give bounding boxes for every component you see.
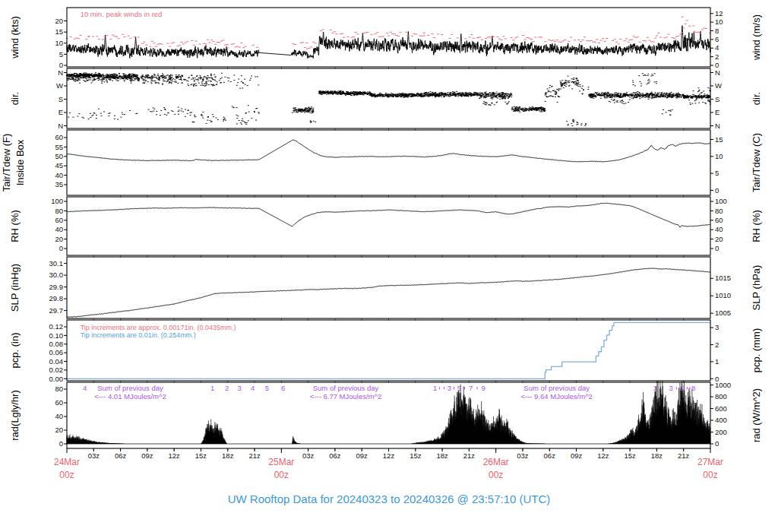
dir-ytick-label-right: N bbox=[715, 68, 720, 77]
pcp-ytick-label-left: 0.04 bbox=[49, 357, 64, 366]
pcp-annotation: Tip increments are 0.01in. (0.254mm.) bbox=[81, 331, 196, 339]
temp-ytick-label-left: 60 bbox=[55, 133, 63, 141]
rh-ytick-label-left: 100 bbox=[51, 197, 63, 205]
x-date-z-label: 00z bbox=[274, 470, 289, 480]
dir-ytick-label-left: E bbox=[59, 108, 63, 116]
rh-ytick-label-left: 40 bbox=[55, 225, 63, 233]
rad-ytick-label-left: 60 bbox=[55, 398, 63, 407]
rad-annotation: Sum of previous day bbox=[97, 384, 163, 392]
wind-ytick-label-left: 10 bbox=[55, 39, 63, 47]
x-date-z-label: 00z bbox=[703, 470, 717, 480]
x-hour-label: 21z bbox=[248, 451, 261, 460]
pcp-ytick-label-left: 0.02 bbox=[49, 366, 64, 374]
panel-wind-border bbox=[67, 8, 710, 67]
rad-annotation: Sum of previous day bbox=[313, 384, 379, 392]
x-date-label: 26Mar bbox=[483, 457, 509, 467]
x-hour-label: 18z bbox=[651, 451, 663, 460]
rad-ytick-label-left: 80 bbox=[55, 385, 63, 393]
x-hour-label: 15z bbox=[624, 451, 636, 460]
panel-rh-border bbox=[67, 197, 710, 255]
rad-annotation: 6 bbox=[281, 384, 285, 392]
x-hour-label: 12z bbox=[169, 451, 181, 460]
rad-annotation: 4 bbox=[251, 384, 255, 392]
rad-axis-title-left: rad(Lgly/hr) bbox=[9, 390, 21, 440]
rh-ytick-label-right: 40 bbox=[715, 225, 723, 233]
temp-ytick-label-right: 0 bbox=[715, 186, 719, 195]
slp-ytick-label-right: 1010 bbox=[715, 291, 731, 299]
x-hour-label: 15z bbox=[195, 451, 207, 460]
x-hour-label: 12z bbox=[383, 451, 395, 460]
dir-scatter-points bbox=[66, 73, 711, 126]
chart-content: 10 min. peak winds in red051015200246810… bbox=[1, 8, 762, 480]
dir-axis-title-left: dir. bbox=[9, 92, 21, 105]
rad-ytick-label-left: 40 bbox=[55, 412, 63, 420]
wind-axis-title-right: wind (m/s) bbox=[751, 14, 762, 61]
rad-annotation: 5 bbox=[681, 384, 685, 392]
rad-ytick-label-right: 200 bbox=[715, 428, 727, 436]
rh-ytick-label-left: 20 bbox=[55, 235, 63, 243]
figure-title: UW Rooftop Data for 20240323 to 20240326… bbox=[228, 492, 551, 505]
dir-ytick-label-right: W bbox=[715, 81, 722, 90]
pcp-axis-title-left: pcp. (in) bbox=[9, 333, 21, 369]
x-hour-label: 21z bbox=[463, 451, 476, 460]
rad-annotation: 3 bbox=[448, 384, 451, 392]
x-date-z-label: 00z bbox=[59, 470, 74, 480]
panel-slp-border bbox=[67, 257, 710, 318]
wind-ytick-label-left: 5 bbox=[59, 50, 63, 59]
rad-annotation: 3 bbox=[237, 384, 241, 392]
rad-annotation: 5 bbox=[457, 384, 461, 392]
wind-ytick-label-right: 12 bbox=[715, 9, 723, 17]
temp-axis-title-left: Tair/Tdew (F) bbox=[1, 134, 12, 192]
temp-line bbox=[67, 140, 710, 162]
rh-ytick-label-left: 80 bbox=[55, 207, 63, 215]
pcp-ytick-label-right: 1 bbox=[715, 357, 719, 366]
pcp-axis-title-right: pcp. (mm) bbox=[751, 328, 762, 373]
rad-annotation: 7 bbox=[469, 384, 473, 392]
rh-axis-title-left: RH (%) bbox=[9, 210, 21, 242]
dir-ytick-label-right: S bbox=[715, 95, 719, 103]
rh-ytick-label-right: 60 bbox=[715, 216, 723, 224]
wind-ytick-label-right: 6 bbox=[715, 35, 719, 43]
slp-ytick-label-left: 29.9 bbox=[49, 283, 64, 291]
x-hour-label: 12z bbox=[597, 451, 609, 460]
x-hour-label: 15z bbox=[410, 451, 422, 460]
dir-ytick-label-left: N bbox=[58, 122, 63, 130]
x-hour-label: 06z bbox=[544, 451, 556, 460]
rad-annotation: <--- 9.64 MJoules/m^2 bbox=[520, 392, 592, 401]
weather-multipanel-chart: 10 min. peak winds in red051015200246810… bbox=[0, 0, 778, 532]
rad-annotation: 1 bbox=[210, 384, 214, 392]
pcp-ytick-label-right: 2 bbox=[715, 340, 719, 349]
rad-annotation: 1 bbox=[653, 384, 656, 392]
x-date-label: 25Mar bbox=[268, 457, 294, 467]
temp-ytick-label-right: 10 bbox=[715, 152, 723, 160]
pcp-ytick-label-left: 0.10 bbox=[49, 331, 64, 340]
temp-ytick-label-left: 50 bbox=[55, 152, 63, 160]
rh-ytick-label-right: 20 bbox=[715, 235, 723, 243]
rad-axis-title-right: rad (W/m^2) bbox=[751, 388, 762, 442]
dir-ytick-label-right: N bbox=[715, 122, 720, 130]
dir-ytick-label-right: E bbox=[715, 108, 719, 116]
rad-annotation: 5 bbox=[265, 384, 269, 392]
rh-ytick-label-right: 100 bbox=[715, 197, 727, 205]
wind-ytick-label-right: 10 bbox=[715, 17, 723, 26]
temp-axis-title-left: Inside Box bbox=[14, 139, 26, 185]
x-hour-label: 09z bbox=[356, 451, 368, 460]
rad-ytick-label-right: 400 bbox=[715, 416, 727, 424]
rad-annotation: Sum of previous day bbox=[523, 384, 590, 392]
temp-ytick-label-left: 40 bbox=[55, 171, 63, 179]
x-date-label: 27Mar bbox=[697, 457, 723, 467]
slp-ytick-label-left: 29.7 bbox=[49, 306, 64, 315]
rad-ytick-label-right: 800 bbox=[715, 392, 727, 401]
rad-annotation: <--- 4.01 MJoules/m^2 bbox=[94, 392, 166, 401]
rad-annotation: <--- 6.77 MJoules/m^2 bbox=[310, 392, 381, 401]
x-hour-label: 18z bbox=[436, 451, 448, 460]
dir-ytick-label-left: W bbox=[56, 81, 63, 90]
x-hour-label: 21z bbox=[678, 451, 690, 460]
x-date-label: 24Mar bbox=[54, 457, 80, 467]
rad-ytick-label-right: 0 bbox=[715, 439, 719, 448]
slp-ytick-label-left: 29.8 bbox=[49, 294, 64, 302]
wind-ytick-label-right: 2 bbox=[715, 52, 719, 61]
rad-annotation: 8 bbox=[691, 384, 695, 392]
wind-line bbox=[67, 26, 710, 59]
rad-ytick-label-left: 20 bbox=[55, 426, 63, 434]
